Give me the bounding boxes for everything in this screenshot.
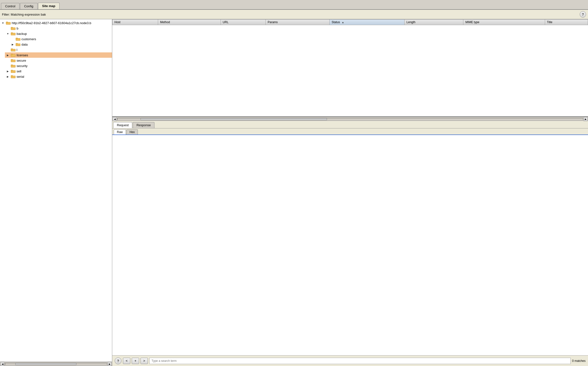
- match-count: 0 matches: [572, 359, 586, 363]
- bottom-toolbar: ? < + > 0 matches: [112, 355, 588, 366]
- sort-arrow-status: ▲: [342, 21, 344, 24]
- col-host[interactable]: Host: [112, 19, 158, 25]
- folder-icon-b: [11, 26, 16, 30]
- tree-toggle-secure: [6, 58, 10, 62]
- tree-item-serial[interactable]: ▶ serial: [5, 74, 112, 79]
- col-status[interactable]: Status ▲: [330, 19, 405, 25]
- tree-item-data[interactable]: ▶ data: [10, 42, 112, 47]
- tree-toggle-b: [6, 26, 10, 30]
- tab-response[interactable]: Response: [133, 122, 154, 128]
- svg-rect-1: [6, 22, 8, 23]
- tree-item-secure[interactable]: secure: [5, 58, 112, 63]
- tree-item-backup[interactable]: ▼ backup: [5, 31, 112, 36]
- col-mime[interactable]: MIME type: [463, 19, 545, 25]
- search-input[interactable]: [149, 358, 571, 364]
- tab-control[interactable]: Control: [1, 3, 20, 9]
- right-panel: Host Method URL Params: [112, 19, 588, 366]
- tab-config[interactable]: Config: [20, 3, 38, 9]
- col-title[interactable]: Title: [545, 19, 588, 25]
- folder-icon-backup: [11, 32, 16, 36]
- tree-item-licenses[interactable]: ▶ licenses: [5, 52, 112, 58]
- tab-sitemap[interactable]: Site map: [38, 3, 60, 9]
- tab-bar: Control Config Site map: [0, 0, 588, 10]
- tree-toggle-root[interactable]: ▼: [1, 21, 5, 25]
- left-panel: ▼ http://f50c9ba2-91b2-4827-b607-61604a1…: [0, 19, 112, 366]
- tree-toggle-customers: [11, 37, 15, 41]
- add-button[interactable]: +: [132, 358, 139, 364]
- tree-item-security[interactable]: security: [5, 63, 112, 68]
- table-scroll-left[interactable]: ◀: [113, 117, 117, 121]
- svg-rect-7: [16, 38, 18, 39]
- tree-toggle-security: [6, 64, 10, 68]
- tree-label-b: b: [17, 27, 18, 30]
- svg-rect-11: [11, 48, 13, 49]
- filter-help-button[interactable]: ?: [580, 11, 586, 18]
- tree-label-serial: serial: [17, 75, 24, 78]
- tree-root-label: http://f50c9ba2-91b2-4827-b607-61604a1c2…: [12, 21, 91, 25]
- tree-scroll-track[interactable]: [5, 363, 107, 365]
- folder-icon-customers: [16, 37, 20, 41]
- tab-raw[interactable]: Raw: [114, 129, 126, 135]
- tree-item-customers[interactable]: customers: [10, 36, 112, 42]
- tree-root[interactable]: ▼ http://f50c9ba2-91b2-4827-b607-61604a1…: [0, 20, 112, 26]
- tree-item-l[interactable]: l: [5, 47, 112, 52]
- folder-icon-root: [6, 21, 11, 25]
- tab-request[interactable]: Request: [113, 122, 132, 128]
- table-scroll-right[interactable]: ▶: [584, 117, 588, 121]
- tree-scroll-right[interactable]: ▶: [108, 362, 112, 366]
- content-panel: [112, 135, 588, 355]
- tree-toggle-licenses[interactable]: ▶: [6, 53, 10, 57]
- next-button[interactable]: >: [141, 358, 148, 364]
- request-response-tabs: Request Response: [112, 121, 588, 128]
- col-length[interactable]: Length: [405, 19, 463, 25]
- tree-label-secure: secure: [17, 59, 26, 62]
- tree-item-sell[interactable]: ▶ sell: [5, 68, 112, 74]
- svg-rect-21: [11, 75, 13, 76]
- table-scroll-track[interactable]: [117, 118, 583, 120]
- folder-icon-data: [16, 42, 20, 46]
- bottom-section: Request Response Raw Hex ? <: [112, 121, 588, 366]
- prev-button[interactable]: <: [123, 358, 130, 364]
- col-params[interactable]: Params: [265, 19, 329, 25]
- results-table: Host Method URL Params: [112, 19, 588, 25]
- tree-label-data: data: [21, 43, 28, 46]
- filter-bar: Filter: Matching expression bak ?: [0, 10, 588, 19]
- svg-rect-15: [11, 59, 13, 60]
- tree-toggle-l: [6, 48, 10, 52]
- tree-label-licenses: licenses: [17, 53, 28, 57]
- col-method[interactable]: Method: [158, 19, 221, 25]
- filter-text: Filter: Matching expression bak: [2, 13, 578, 16]
- tree-scrollbar[interactable]: ◀ ▶: [0, 362, 112, 366]
- tree-scroll-thumb[interactable]: [15, 363, 76, 365]
- folder-icon-serial: [11, 75, 16, 78]
- svg-rect-9: [16, 43, 18, 44]
- bottom-help-button[interactable]: ?: [115, 357, 122, 364]
- svg-rect-19: [11, 70, 13, 71]
- tab-hex[interactable]: Hex: [126, 129, 138, 135]
- col-url[interactable]: URL: [221, 19, 265, 25]
- tree-area[interactable]: ▼ http://f50c9ba2-91b2-4827-b607-61604a1…: [0, 19, 112, 362]
- table-scroll-thumb[interactable]: [141, 118, 327, 120]
- folder-icon-l: [11, 48, 16, 52]
- tree-label-l: l: [17, 48, 17, 52]
- svg-rect-5: [11, 32, 13, 33]
- folder-icon-secure: [11, 58, 16, 62]
- content-area: ▼ http://f50c9ba2-91b2-4827-b607-61604a1…: [0, 19, 588, 366]
- table-hscroll[interactable]: ◀ ▶: [112, 117, 588, 121]
- tree-label-security: security: [17, 64, 28, 68]
- tree-label-sell: sell: [17, 69, 21, 73]
- tree-toggle-data[interactable]: ▶: [11, 42, 15, 46]
- tree-toggle-serial[interactable]: ▶: [6, 75, 10, 78]
- folder-icon-security: [11, 64, 16, 68]
- tree-toggle-sell[interactable]: ▶: [6, 69, 10, 73]
- svg-rect-13: [11, 54, 13, 55]
- tree-item-b[interactable]: b: [5, 26, 112, 31]
- tree-scroll-left[interactable]: ◀: [0, 362, 4, 366]
- svg-rect-17: [11, 65, 13, 66]
- folder-icon-licenses: [11, 53, 16, 57]
- tree-toggle-backup[interactable]: ▼: [6, 32, 10, 36]
- svg-rect-3: [11, 27, 13, 28]
- folder-icon-sell: [11, 69, 16, 73]
- table-area[interactable]: Host Method URL Params: [112, 19, 588, 117]
- inner-tabs: Raw Hex: [112, 128, 588, 135]
